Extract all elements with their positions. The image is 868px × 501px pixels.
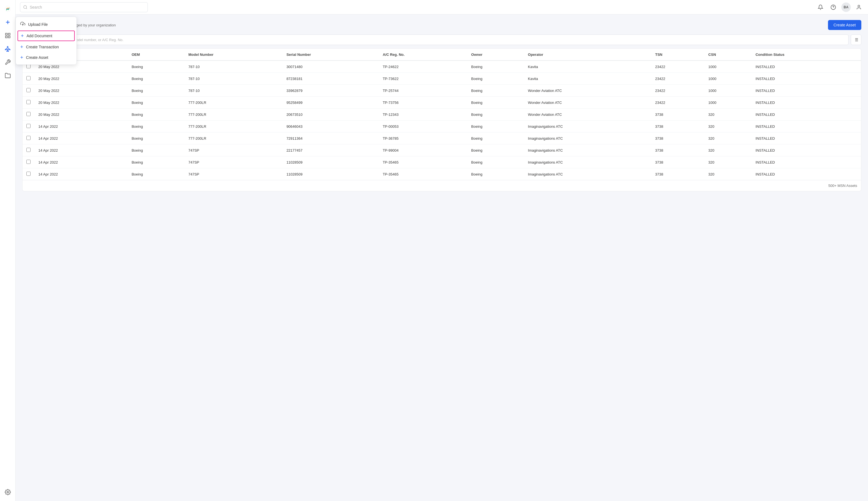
table-search-input[interactable] — [22, 34, 848, 45]
cell-status-4: INSTALLED — [752, 109, 861, 120]
row-checkbox-4[interactable] — [27, 112, 31, 116]
row-checkbox-2[interactable] — [27, 88, 31, 92]
create-asset-plus-icon: + — [20, 55, 23, 60]
cell-serial-1: 87238181 — [283, 73, 379, 85]
cell-tsn-6: 3738 — [651, 132, 705, 145]
svg-point-12 — [858, 5, 860, 7]
cell-serial-3: 95258499 — [283, 97, 379, 109]
columns-toggle-button[interactable] — [851, 34, 861, 45]
svg-point-7 — [7, 491, 9, 493]
col-tsn: TSN — [651, 49, 705, 61]
add-document-label: Add Document — [27, 34, 53, 38]
cell-oem-0: Boeing — [128, 61, 184, 73]
cell-oem-8: Boeing — [128, 156, 184, 168]
cell-status-6: INSTALLED — [752, 132, 861, 145]
sidebar-item-plus[interactable] — [2, 17, 13, 28]
row-checkbox-3[interactable] — [27, 100, 31, 104]
cell-owner-7: Boeing — [467, 145, 524, 156]
upload-icon — [20, 21, 25, 27]
cell-tsn-3: 23422 — [651, 97, 705, 109]
table-toolbar — [22, 34, 861, 45]
dropdown-add-document[interactable]: + Add Document — [18, 31, 75, 41]
cell-tsn-4: 3738 — [651, 109, 705, 120]
row-checkbox-6[interactable] — [27, 136, 31, 140]
dropdown-upload-file[interactable]: Upload File — [16, 19, 76, 30]
table-row: 20 May 2022 Boeing 787-10 33962879 TP-25… — [22, 85, 861, 97]
cell-status-9: INSTALLED — [752, 168, 861, 180]
cell-reg-0: TP-24622 — [379, 61, 467, 73]
page-header: Assets owned, operated, or managed by yo… — [22, 20, 861, 30]
row-checkbox-7[interactable] — [27, 148, 31, 152]
upload-file-label: Upload File — [28, 22, 48, 26]
cell-reg-7: TP-99004 — [379, 145, 467, 156]
table-row: 20 May 2022 Boeing 777-200LR 20673510 TP… — [22, 109, 861, 120]
create-asset-button[interactable]: Create Asset — [828, 20, 861, 30]
user-menu-button[interactable] — [854, 2, 864, 12]
row-checkbox-8[interactable] — [27, 160, 31, 164]
row-checkbox-5[interactable] — [27, 124, 31, 128]
cell-oem-5: Boeing — [128, 120, 184, 132]
cell-reg-1: TP-73622 — [379, 73, 467, 85]
cell-reg-8: TP-35465 — [379, 156, 467, 168]
cell-model-8: 747SP — [184, 156, 283, 168]
cell-model-5: 777-200LR — [184, 120, 283, 132]
cell-model-7: 747SP — [184, 145, 283, 156]
help-button[interactable] — [828, 2, 838, 12]
col-owner: Owner — [467, 49, 524, 61]
cell-model-2: 787-10 — [184, 85, 283, 97]
sidebar-item-settings[interactable] — [2, 487, 13, 498]
cell-oem-2: Boeing — [128, 85, 184, 97]
assets-table: Creation Date OEM Model Number Serial Nu… — [22, 49, 861, 180]
cell-reg-4: TP-12343 — [379, 109, 467, 120]
cell-date-9: 14 Apr 2022 — [34, 168, 128, 180]
cell-operator-7: Imaginavigations ATC — [524, 145, 651, 156]
cell-csn-6: 320 — [705, 132, 752, 145]
table-row: 20 May 2022 Boeing 787-10 87238181 TP-73… — [22, 73, 861, 85]
row-checkbox-0[interactable] — [27, 64, 31, 68]
cell-oem-9: Boeing — [128, 168, 184, 180]
topbar: BA — [15, 0, 868, 14]
global-search-input[interactable] — [30, 5, 145, 9]
cell-tsn-2: 23422 — [651, 85, 705, 97]
user-initials-badge[interactable]: BA — [841, 2, 851, 12]
cell-date-8: 14 Apr 2022 — [34, 156, 128, 168]
row-checkbox-9[interactable] — [27, 172, 31, 176]
add-document-plus-icon: + — [21, 33, 24, 38]
sidebar-item-tools[interactable] — [2, 57, 13, 68]
sidebar-item-folder[interactable] — [2, 70, 13, 81]
cell-operator-0: Kavita — [524, 61, 651, 73]
cell-operator-8: Imaginavigations ATC — [524, 156, 651, 168]
cell-csn-3: 1000 — [705, 97, 752, 109]
account-icon — [856, 4, 861, 10]
sidebar-item-aircraft[interactable] — [2, 43, 13, 54]
cell-model-6: 777-200LR — [184, 132, 283, 145]
table-row: 14 Apr 2022 Boeing 777-200LR 72911364 TP… — [22, 132, 861, 145]
dropdown-create-asset[interactable]: + Create Asset — [16, 52, 76, 63]
col-csn: CSN — [705, 49, 752, 61]
cell-reg-6: TP-36785 — [379, 132, 467, 145]
table-row: 14 Apr 2022 Boeing 777-200LR 90646043 TP… — [22, 120, 861, 132]
cell-csn-0: 1000 — [705, 61, 752, 73]
cell-date-2: 20 May 2022 — [34, 85, 128, 97]
cell-model-1: 787-10 — [184, 73, 283, 85]
cell-tsn-0: 23422 — [651, 61, 705, 73]
svg-rect-6 — [8, 36, 10, 38]
sidebar-item-dashboard[interactable] — [2, 30, 13, 41]
svg-rect-3 — [5, 33, 7, 35]
cell-status-2: INSTALLED — [752, 85, 861, 97]
dropdown-create-transaction[interactable]: + Create Transaction — [16, 42, 76, 52]
sidebar-logo[interactable] — [2, 3, 13, 14]
cell-operator-6: Imaginavigations ATC — [524, 132, 651, 145]
cell-serial-2: 33962879 — [283, 85, 379, 97]
cell-status-5: INSTALLED — [752, 120, 861, 132]
notifications-button[interactable] — [816, 2, 825, 12]
action-dropdown-menu: Upload File + Add Document + Create Tran… — [15, 17, 77, 65]
table-row: 14 Apr 2022 Boeing 747SP 11028509 TP-354… — [22, 156, 861, 168]
create-asset-dropdown-label: Create Asset — [26, 55, 48, 60]
row-checkbox-1[interactable] — [27, 76, 31, 80]
global-search-box[interactable] — [20, 2, 148, 12]
cell-tsn-5: 3738 — [651, 120, 705, 132]
table-row: 14 Apr 2022 Boeing 747SP 11028509 TP-354… — [22, 168, 861, 180]
cell-operator-9: Imaginavigations ATC — [524, 168, 651, 180]
cell-oem-1: Boeing — [128, 73, 184, 85]
